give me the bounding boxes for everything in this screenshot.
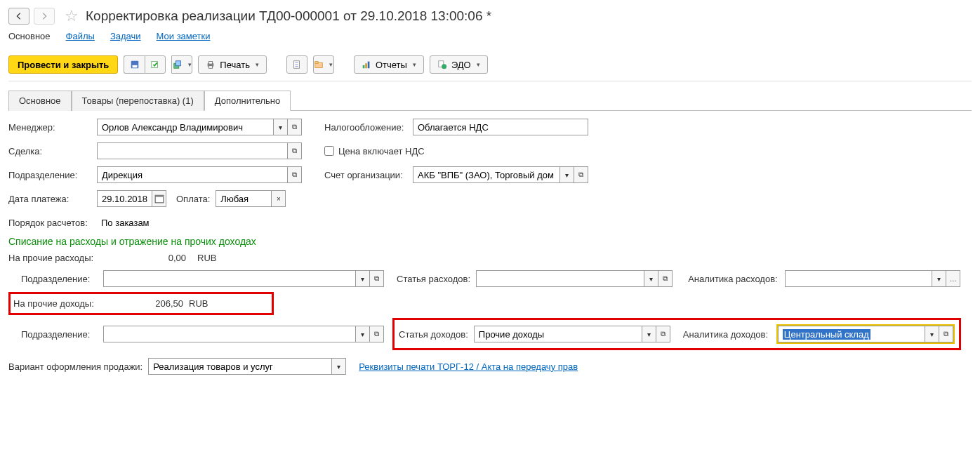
price-includes-vat-label: Цена включает НДС bbox=[338, 146, 425, 157]
svg-rect-20 bbox=[155, 195, 164, 197]
sale-variant-label: Вариант оформления продажи: bbox=[8, 361, 143, 372]
inc-item-label: Статья доходов: bbox=[399, 329, 468, 340]
inc-currency: RUB bbox=[189, 298, 208, 309]
based-on-button[interactable]: ▾ bbox=[171, 55, 192, 74]
deal-label: Сделка: bbox=[8, 146, 91, 157]
sale-variant-dropdown-button[interactable]: ▾ bbox=[332, 358, 346, 375]
nav-forward-button bbox=[34, 8, 55, 25]
topnav-files[interactable]: Файлы bbox=[66, 31, 95, 41]
svg-rect-2 bbox=[152, 62, 158, 68]
price-includes-vat-checkbox[interactable] bbox=[324, 146, 334, 156]
deal-input[interactable] bbox=[97, 142, 288, 159]
org-account-label: Счет организации: bbox=[324, 170, 407, 180]
print-button[interactable]: Печать▾ bbox=[198, 55, 267, 74]
order-value bbox=[97, 214, 302, 231]
tab-goods[interactable]: Товары (перепоставка) (1) bbox=[72, 91, 204, 111]
attachments-button[interactable]: ▾ bbox=[313, 55, 334, 74]
inc-anal-input[interactable]: Центральный склад bbox=[778, 326, 925, 342]
svg-rect-15 bbox=[365, 63, 367, 68]
exp-dept-dropdown-button: ▾ bbox=[356, 270, 370, 287]
nav-back-button[interactable] bbox=[8, 8, 29, 25]
page-title: Корректировка реализации ТД00-000001 от … bbox=[86, 8, 491, 24]
exp-item-dropdown-button: ▾ bbox=[644, 270, 658, 287]
manager-input[interactable] bbox=[97, 119, 274, 135]
exp-dept-input bbox=[103, 270, 356, 287]
other-income-label: На прочие доходы: bbox=[13, 298, 106, 309]
inc-anal-dropdown-button[interactable]: ▾ bbox=[925, 326, 939, 342]
inc-item-open-button[interactable]: ⧉ bbox=[656, 326, 670, 342]
inc-dept-dropdown-button[interactable]: ▾ bbox=[356, 326, 370, 342]
exp-anal-label: Аналитика расходов: bbox=[688, 274, 779, 284]
paydate-input[interactable] bbox=[97, 190, 152, 207]
other-income-amount: 206,50 bbox=[106, 298, 183, 309]
payment-label: Оплата: bbox=[176, 194, 210, 204]
other-expenses-label: На прочие расходы: bbox=[8, 253, 103, 263]
paydate-label: Дата платежа: bbox=[8, 194, 91, 204]
exp-dept-label: Подразделение: bbox=[21, 274, 98, 284]
topnav-tasks[interactable]: Задачи bbox=[110, 31, 141, 41]
exp-anal-more-button: … bbox=[946, 270, 960, 287]
inc-dept-input[interactable] bbox=[103, 326, 356, 342]
sale-variant-input[interactable] bbox=[148, 358, 332, 375]
order-label: Порядок расчетов: bbox=[8, 218, 91, 228]
torg12-link[interactable]: Реквизиты печати ТОРГ-12 / Акта на перед… bbox=[359, 361, 578, 372]
svg-point-18 bbox=[442, 64, 446, 69]
manager-open-button[interactable]: ⧉ bbox=[288, 119, 302, 135]
svg-rect-16 bbox=[368, 62, 370, 69]
inc-anal-label: Аналитика доходов: bbox=[683, 329, 771, 340]
dept-input[interactable] bbox=[97, 166, 288, 183]
exp-anal-dropdown-button: ▾ bbox=[932, 270, 946, 287]
svg-rect-13 bbox=[315, 62, 318, 64]
post-close-button[interactable]: Провести и закрыть bbox=[8, 55, 118, 74]
tab-main[interactable]: Основное bbox=[8, 91, 72, 111]
favorite-star-icon[interactable]: ☆ bbox=[65, 7, 79, 25]
tax-input[interactable] bbox=[413, 119, 588, 135]
tax-label: Налогообложение: bbox=[324, 122, 407, 133]
topnav-main[interactable]: Основное bbox=[8, 31, 51, 41]
exp-dept-open-button: ⧉ bbox=[370, 270, 384, 287]
post-button[interactable] bbox=[145, 55, 166, 74]
dept-label: Подразделение: bbox=[8, 170, 91, 180]
paydate-calendar-button[interactable] bbox=[152, 190, 166, 207]
reports-button[interactable]: Отчеты▾ bbox=[354, 55, 424, 74]
svg-rect-7 bbox=[209, 66, 213, 69]
edo-button[interactable]: ЭДО▾ bbox=[430, 55, 488, 74]
org-account-open-button[interactable]: ⧉ bbox=[574, 166, 588, 183]
manager-label: Менеджер: bbox=[8, 122, 91, 133]
document-button[interactable] bbox=[286, 55, 307, 74]
exp-item-open-button: ⧉ bbox=[658, 270, 673, 287]
other-expenses-amount: 0,00 bbox=[109, 253, 186, 263]
inc-anal-open-button[interactable]: ⧉ bbox=[939, 326, 953, 342]
inc-dept-label: Подразделение: bbox=[21, 329, 98, 340]
topnav-notes[interactable]: Мои заметки bbox=[157, 31, 211, 41]
inc-item-dropdown-button[interactable]: ▾ bbox=[642, 326, 656, 342]
inc-dept-open-button[interactable]: ⧉ bbox=[370, 326, 384, 342]
payment-input[interactable] bbox=[216, 190, 272, 207]
exp-item-input bbox=[476, 270, 644, 287]
expenses-income-section-title: Списание на расходы и отражение на прочи… bbox=[8, 236, 972, 247]
svg-rect-14 bbox=[363, 65, 365, 68]
org-account-input[interactable] bbox=[413, 166, 560, 183]
dept-open-button[interactable]: ⧉ bbox=[288, 166, 302, 183]
inc-item-input[interactable] bbox=[474, 326, 642, 342]
org-account-dropdown-button[interactable]: ▾ bbox=[560, 166, 574, 183]
payment-clear-button[interactable]: × bbox=[272, 190, 286, 207]
tab-extra[interactable]: Дополнительно bbox=[204, 91, 291, 111]
svg-rect-1 bbox=[132, 65, 137, 68]
svg-rect-4 bbox=[176, 61, 180, 66]
exp-item-label: Статья расходов: bbox=[397, 274, 470, 284]
manager-dropdown-button[interactable]: ▾ bbox=[274, 119, 288, 135]
svg-rect-6 bbox=[209, 62, 213, 65]
exp-currency: RUB bbox=[197, 253, 216, 263]
deal-open-button[interactable]: ⧉ bbox=[288, 142, 302, 159]
save-button[interactable] bbox=[124, 55, 145, 74]
exp-anal-input bbox=[785, 270, 932, 287]
